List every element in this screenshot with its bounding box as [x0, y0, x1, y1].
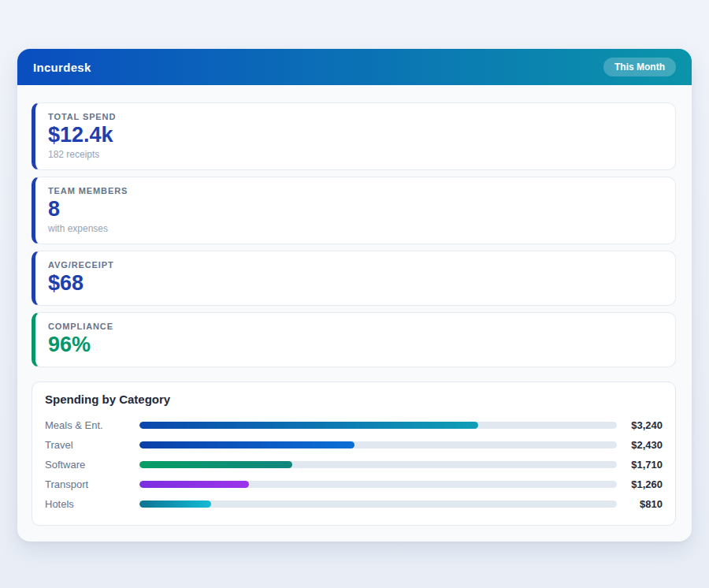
dashboard-header: Incurdesk This Month	[17, 49, 692, 85]
bar-track	[139, 422, 617, 429]
stat-value: $68	[48, 271, 663, 296]
bar-track	[139, 481, 617, 488]
category-value: $1,710	[617, 459, 663, 471]
category-label: Travel	[45, 439, 139, 451]
stat-card-avg-receipt: AVG/RECEIPT $68	[32, 251, 676, 306]
stat-card-total-spend: TOTAL SPEND $12.4k 182 receipts	[32, 102, 676, 170]
stat-value: 8	[48, 197, 663, 221]
stat-value: 96%	[48, 333, 663, 357]
bar-track	[139, 501, 617, 508]
bar-fill	[139, 441, 354, 448]
category-value: $1,260	[617, 478, 663, 490]
category-label: Hotels	[45, 498, 139, 510]
incurdesk-dashboard: Incurdesk This Month TOTAL SPEND $12.4k …	[17, 49, 692, 541]
spending-by-category-chart: Spending by Category Meals & Ent. $3,240…	[32, 381, 676, 526]
stat-card-compliance: COMPLIANCE 96%	[32, 312, 676, 367]
stat-label: TEAM MEMBERS	[48, 186, 663, 195]
stat-label: COMPLIANCE	[48, 322, 663, 331]
stat-value: $12.4k	[48, 123, 663, 147]
dashboard-body: TOTAL SPEND $12.4k 182 receipts TEAM MEM…	[17, 85, 692, 541]
app-title: Incurdesk	[33, 61, 91, 74]
category-value: $2,430	[617, 439, 663, 451]
period-badge[interactable]: This Month	[603, 58, 676, 76]
chart-row-transport: Transport $1,260	[45, 474, 663, 494]
chart-row-meals: Meals & Ent. $3,240	[45, 415, 663, 435]
stat-subtext: with expenses	[48, 223, 663, 234]
category-value: $810	[617, 498, 663, 510]
category-label: Meals & Ent.	[45, 419, 139, 431]
chart-row-hotels: Hotels $810	[45, 494, 663, 514]
bar-fill	[139, 422, 478, 429]
chart-row-travel: Travel $2,430	[45, 435, 663, 455]
category-value: $3,240	[617, 419, 663, 431]
stat-card-team-members: TEAM MEMBERS 8 with expenses	[32, 177, 676, 244]
category-label: Software	[45, 459, 139, 471]
category-label: Transport	[45, 478, 139, 490]
bar-fill	[139, 501, 211, 508]
bar-track	[139, 441, 617, 448]
bar-fill	[139, 461, 292, 468]
stat-label: AVG/RECEIPT	[48, 260, 663, 270]
stat-label: TOTAL SPEND	[48, 112, 663, 121]
stat-subtext: 182 receipts	[48, 149, 663, 160]
bar-fill	[139, 481, 249, 488]
chart-title: Spending by Category	[45, 393, 663, 406]
chart-row-software: Software $1,710	[45, 455, 663, 474]
bar-track	[139, 461, 617, 468]
